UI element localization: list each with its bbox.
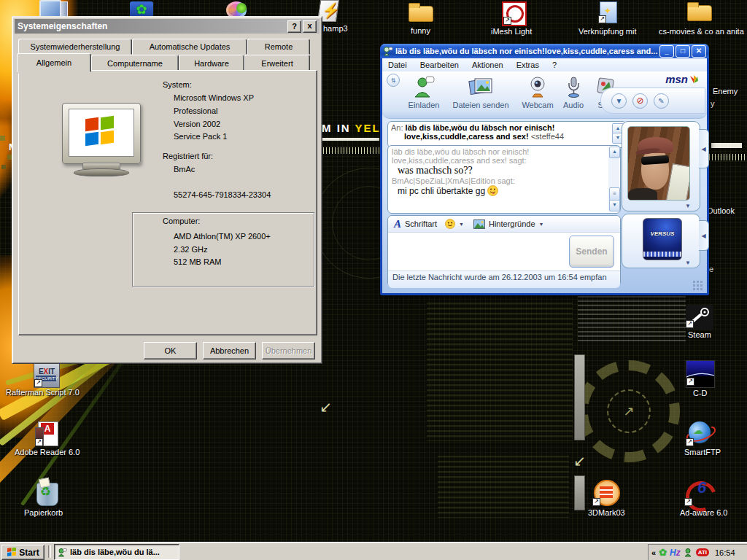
smartftp-icon[interactable]: ☁ ↗ [686, 420, 713, 446]
3dmark-icon[interactable]: ↗ [592, 478, 620, 506]
tab-hardware[interactable]: Hardware [179, 55, 244, 71]
send-files-button[interactable]: Dateien senden [448, 76, 514, 109]
system-properties-dialog: Systemeigenschaften ? x Systemwiederhers… [12, 16, 322, 364]
tab-erweitert[interactable]: Erweitert [244, 55, 310, 71]
backgrounds-dropdown-arrow[interactable]: ▼ [539, 222, 544, 227]
backgrounds-button[interactable]: Hintergründe [489, 219, 535, 228]
csmovies-label[interactable]: cs-movies & co an anita [659, 27, 744, 36]
tab-allgemein-active[interactable]: Allgemein [17, 53, 91, 72]
verknuepfung-icon[interactable]: ✦ ↗ [598, 1, 617, 23]
tab-computername[interactable]: Computername [91, 55, 179, 71]
to-line2: love,kiss,cuddle,caress and sex! [404, 132, 529, 141]
csmovies-folder-icon[interactable] [687, 1, 712, 20]
shortcut-arrow-icon: ↗ [34, 379, 42, 387]
tray-chevron[interactable]: « [651, 548, 656, 557]
close-button[interactable]: x [303, 20, 317, 33]
rafterman-label[interactable]: Rafterman Script 7.0 [6, 388, 80, 397]
steam-label[interactable]: Steam [688, 330, 711, 339]
desktop-root: { "colors": { "msn_title_blue": "#2a63d6… [0, 0, 747, 560]
edit-button[interactable]: ✎ [654, 93, 669, 109]
minimize-button[interactable]: _ [659, 45, 674, 58]
self-picture-sidetab[interactable]: ◀ [699, 220, 709, 251]
collapse-toolbar-button[interactable]: ⇅ [387, 74, 400, 87]
menu-datei[interactable]: Datei [388, 61, 407, 69]
tongue-emoticon [487, 185, 498, 196]
font-button[interactable]: Schriftart [405, 219, 437, 228]
audio-button[interactable]: Audio [557, 76, 589, 109]
adobe-label[interactable]: Adobe Reader 6.0 [15, 448, 80, 456]
my-computer-icon[interactable] [38, 0, 67, 18]
audio-label: Audio [557, 101, 589, 109]
winamp-label[interactable]: hamp3 [323, 24, 348, 33]
chat-body-2: mi pc chli übertakte gg [398, 186, 485, 196]
cd-icon[interactable]: ↗ [686, 360, 715, 388]
tab-remote[interactable]: Remote [247, 39, 310, 55]
menu-extras[interactable]: Extras [516, 61, 539, 69]
maximize-button[interactable]: □ [676, 45, 690, 58]
apply-button[interactable]: Übernehmen [262, 342, 315, 359]
computer-ram: 512 MB RAM [174, 257, 221, 266]
wallpaper-headline-yellow: YEL [355, 122, 381, 134]
messenger-titlebar[interactable]: läb dis läbe,wöu du läbsch nor einisch!l… [380, 44, 709, 58]
message-history[interactable]: läb dis läbe,wöu du läbsch nor einisch! … [387, 145, 621, 214]
start-button[interactable]: Start [1, 545, 44, 560]
wallpaper-faint-text [427, 303, 573, 441]
close-button[interactable]: ✕ [692, 45, 706, 58]
funny-folder-icon[interactable] [409, 3, 433, 20]
invite-button[interactable]: Einladen [404, 76, 444, 109]
computer-ghz: 2.32 GHz [174, 245, 207, 254]
papierkorb-icon[interactable]: ♻ [34, 478, 60, 506]
dialog-titlebar[interactable]: Systemeigenschaften ? x [15, 19, 320, 34]
imesh-label[interactable]: iMesh Light [491, 27, 532, 36]
icq-icon[interactable]: ✿ [130, 1, 153, 18]
steam-icon[interactable]: ↗ [686, 305, 713, 330]
rafterman-icon[interactable]: EXIT SECURITY ↗ [34, 363, 60, 388]
tab-automatische-updates[interactable]: Automatische Updates [132, 39, 247, 55]
help-button[interactable]: ? [287, 20, 301, 33]
scroll-up-button[interactable]: ▲ [609, 147, 620, 158]
send-button[interactable]: Senden [569, 236, 614, 268]
3dmark-label[interactable]: 3DMark03 [588, 508, 625, 517]
verknuepfung-label[interactable]: Verknüpfung mit [578, 27, 637, 36]
tray-ati-icon[interactable]: ATI [696, 548, 709, 556]
adobe-reader-icon[interactable]: A ↗ [35, 421, 60, 446]
wallpaper-arrow: ↙ [320, 398, 332, 416]
menu-bearbeiten[interactable]: Bearbeiten [420, 61, 459, 69]
menu-hilfe[interactable]: ? [552, 61, 557, 69]
tray-icq-icon[interactable]: ✿ [659, 547, 667, 558]
adaware-icon[interactable]: 6 ↗ [684, 478, 713, 506]
backgrounds-icon[interactable] [473, 219, 485, 229]
emoticon-dropdown-arrow[interactable]: ▼ [459, 222, 464, 227]
contact-picture [627, 126, 690, 201]
self-picture-chevron[interactable]: ▼ [685, 260, 691, 266]
smartftp-label[interactable]: SmartFTP [684, 448, 721, 456]
contact-picture-sidetab[interactable]: ◀ [699, 129, 709, 168]
tray-messenger-icon[interactable] [684, 548, 693, 557]
ok-button[interactable]: OK [144, 342, 197, 359]
emoticon-picker-icon[interactable] [445, 219, 455, 229]
self-picture: VERSUS [643, 218, 682, 260]
to-label: An: [391, 123, 403, 132]
resize-grip[interactable] [692, 280, 704, 290]
scroll-down-button[interactable]: ▼ [609, 200, 620, 211]
tab-systemwiederherstellung[interactable]: Systemwiederherstellung [18, 39, 132, 55]
wallpaper-pixel-cluster [0, 136, 5, 141]
dropdown-button[interactable]: ▼ [611, 93, 627, 109]
papierkorb-label[interactable]: Papierkorb [24, 508, 63, 517]
adaware-label[interactable]: Ad-aware 6.0 [680, 508, 727, 517]
webcam-button[interactable]: Webcam [518, 76, 557, 109]
contact-picture-chevron[interactable]: ▼ [685, 203, 691, 209]
cd-label[interactable]: C-D [693, 389, 708, 397]
funny-label[interactable]: funny [411, 26, 430, 35]
task-button-messenger[interactable]: läb dis läbe,wöu du lä... [54, 544, 179, 560]
menu-aktionen[interactable]: Aktionen [472, 61, 503, 69]
taskbar-divider [48, 545, 51, 558]
block-button[interactable]: ⊘ [632, 93, 648, 109]
imesh-icon[interactable]: ↗ [502, 1, 527, 26]
history-scrollbar[interactable]: ▲ ≡ ▼ [608, 147, 619, 211]
tray-clock[interactable]: 16:54 [715, 548, 735, 557]
cancel-button[interactable]: Abbrechen [203, 342, 256, 359]
contact-picture-frame: ◀ ▼ [622, 121, 700, 211]
wallpaper-faint-text [578, 296, 686, 344]
tray-hz-icon[interactable]: Hz [670, 548, 681, 558]
